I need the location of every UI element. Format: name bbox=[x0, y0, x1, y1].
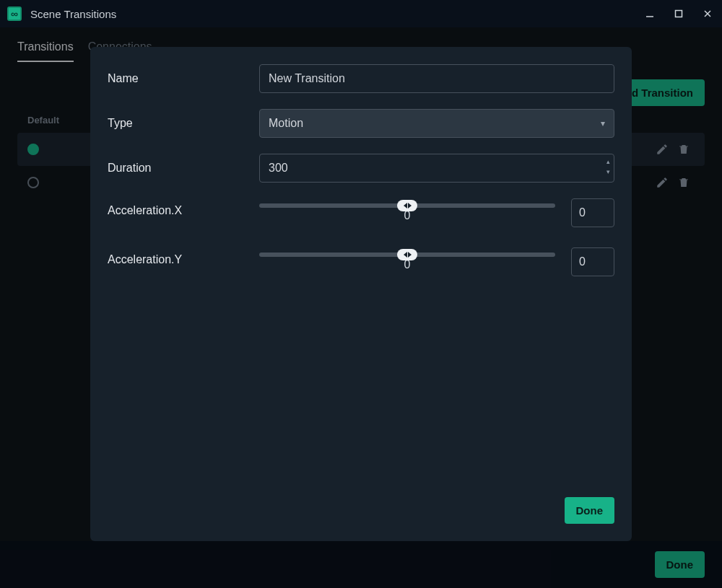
slider-thumb[interactable] bbox=[397, 249, 417, 260]
duration-label: Duration bbox=[108, 162, 259, 175]
titlebar: Scene Transitions bbox=[0, 0, 722, 27]
duration-spinner[interactable]: ▴ ▾ bbox=[606, 157, 610, 177]
type-value: Motion bbox=[269, 117, 303, 130]
svg-rect-1 bbox=[676, 11, 682, 17]
window-title: Scene Transitions bbox=[30, 8, 116, 20]
modal-done-button[interactable]: Done bbox=[565, 497, 615, 524]
field-duration: Duration ▴ ▾ bbox=[108, 154, 614, 183]
duration-input[interactable] bbox=[259, 154, 614, 183]
field-type: Type Motion ▾ bbox=[108, 109, 614, 138]
app-icon bbox=[7, 6, 22, 21]
type-select[interactable]: Motion ▾ bbox=[259, 109, 614, 138]
minimize-icon bbox=[645, 9, 655, 19]
type-label: Type bbox=[108, 117, 259, 130]
window-maximize-button[interactable] bbox=[664, 0, 693, 27]
chevron-up-icon: ▴ bbox=[606, 157, 610, 167]
name-input[interactable] bbox=[259, 64, 614, 93]
edit-transition-modal: Name Type Motion ▾ Duration ▴ ▾ Acceler bbox=[90, 47, 632, 541]
field-accel-y: Acceleration.Y 0 bbox=[108, 247, 614, 276]
chevron-down-icon: ▾ bbox=[601, 118, 605, 128]
slider-thumb[interactable] bbox=[397, 200, 417, 211]
close-icon bbox=[703, 9, 713, 19]
accel-x-input[interactable] bbox=[571, 198, 614, 227]
field-accel-x: Acceleration.X 0 bbox=[108, 198, 614, 227]
window-close-button[interactable] bbox=[693, 0, 722, 27]
field-name: Name bbox=[108, 64, 614, 93]
accel-y-slider[interactable] bbox=[259, 253, 555, 257]
window-minimize-button[interactable] bbox=[635, 0, 664, 27]
accel-x-slider[interactable] bbox=[259, 203, 555, 208]
maximize-icon bbox=[674, 9, 684, 19]
accel-y-input[interactable] bbox=[571, 247, 614, 276]
accel-y-label: Acceleration.Y bbox=[108, 247, 259, 266]
name-label: Name bbox=[108, 72, 259, 85]
accel-x-label: Acceleration.X bbox=[108, 198, 259, 217]
chevron-down-icon: ▾ bbox=[606, 167, 610, 177]
